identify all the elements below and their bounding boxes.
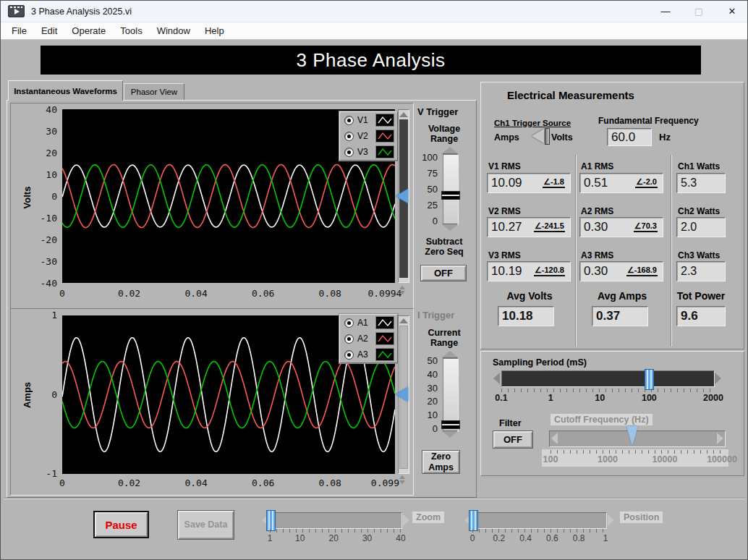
spin-down-icon[interactable] (399, 480, 405, 484)
legend-line-sample-icon[interactable] (375, 316, 394, 329)
tab-instantaneous-waveforms[interactable]: Instantaneous Waveforms (8, 80, 123, 101)
slider-increment-icon[interactable] (442, 147, 458, 153)
pause-button[interactable]: Pause (93, 511, 149, 538)
menu-help[interactable]: Help (197, 24, 231, 38)
close-icon[interactable]: ✕ (715, 1, 748, 22)
slider-scale-label: 10 (295, 533, 305, 543)
slider-decrement-icon[interactable] (442, 431, 458, 438)
slider-right-arrow-icon[interactable] (608, 514, 614, 526)
position-handle[interactable] (469, 510, 478, 531)
v-trigger-level-arrow[interactable] (396, 189, 408, 203)
slider-decrement-icon[interactable] (442, 224, 458, 231)
x-tick-label: 0.04 (184, 288, 207, 299)
meas-value-box: 5.3 (676, 173, 726, 193)
slider-left-arrow-icon[interactable] (551, 433, 558, 444)
legend-item-v3[interactable]: V3 (340, 144, 397, 160)
scroll-up-icon[interactable] (399, 318, 408, 323)
meas-value-box: 10.27∠-241.5 (487, 217, 571, 237)
slider-scale-label: 50 (428, 355, 438, 366)
voltage-range-slider[interactable] (443, 154, 459, 225)
position-slider[interactable] (472, 512, 607, 529)
legend-line-sample-icon[interactable] (375, 332, 394, 345)
plot-visible-led-icon[interactable] (344, 132, 354, 141)
y-tick-label: 20 (46, 148, 57, 158)
meas-value-box: 2.0 (676, 217, 726, 237)
i-trigger-level-arrow[interactable] (396, 387, 408, 402)
slider-right-arrow-icon[interactable] (403, 514, 409, 526)
legend-item-a2[interactable]: A2 (340, 331, 397, 347)
slider-right-arrow-icon[interactable] (717, 433, 723, 444)
trigger-source-volts-option[interactable]: Volts (551, 132, 573, 143)
plot-visible-led-icon[interactable] (344, 318, 354, 328)
legend-line-sample-icon[interactable] (375, 145, 394, 158)
slider-left-arrow-icon[interactable] (493, 373, 500, 384)
fundamental-frequency-box[interactable]: 60.0 (607, 128, 652, 146)
y-tick-label: 1 (51, 310, 57, 321)
zoom-tick-marks (270, 529, 401, 533)
scroll-up-icon[interactable] (399, 112, 408, 117)
subtract-zero-seq-button[interactable]: OFF (420, 265, 467, 281)
meas-phase-angle: ∠-168.9 (626, 266, 658, 276)
legend-item-v1[interactable]: V1 (340, 112, 397, 128)
menu-edit[interactable]: Edit (34, 24, 64, 38)
cutoff-frequency-pointer[interactable] (626, 426, 638, 446)
legend-line-sample-icon[interactable] (375, 114, 394, 127)
tab-phasor-view[interactable]: Phasor View (124, 83, 184, 100)
legend-line-sample-icon[interactable] (375, 348, 394, 361)
meas-label: V3 RMS (488, 250, 521, 260)
filter-off-button[interactable]: OFF (493, 430, 533, 449)
zero-amps-button[interactable]: Zero Amps (422, 450, 460, 474)
legend-label: A1 (357, 318, 368, 328)
zoom-slider[interactable] (270, 512, 402, 529)
legend-item-a1[interactable]: A1 (340, 315, 397, 331)
spin-up-icon[interactable] (399, 286, 405, 289)
minimize-icon[interactable]: — (649, 1, 682, 22)
meas-value: 10.27 (491, 220, 522, 234)
slider-increment-icon[interactable] (442, 351, 458, 357)
plot-visible-led-icon[interactable] (344, 148, 354, 157)
i-trigger-title: I Trigger (417, 310, 454, 321)
meas-label: Ch2 Watts (678, 206, 720, 216)
x-tick-label: 0.08 (319, 478, 341, 488)
plot-visible-led-icon[interactable] (344, 334, 354, 344)
meas-value: 10.19 (491, 264, 522, 279)
meas-summary-label: Avg Volts (487, 290, 572, 302)
grid-divider (575, 155, 577, 347)
maximize-icon: ▢ (682, 1, 715, 22)
voltage-range-scale: 1007550250 (416, 157, 439, 221)
trigger-source-switch-icon[interactable] (532, 129, 544, 143)
sampling-period-handle[interactable] (645, 369, 654, 390)
meas-summary-value: 10.18 (502, 309, 533, 323)
menu-window[interactable]: Window (150, 24, 197, 38)
current-range-handle[interactable] (441, 420, 460, 429)
amps-axis-spinner[interactable] (396, 475, 408, 484)
meas-label: A1 RMS (581, 161, 613, 171)
x-tick-label: 0.099 (371, 478, 399, 488)
meas-summary-label: Tot Power (670, 290, 732, 302)
legend-item-v2[interactable]: V2 (340, 128, 397, 144)
slider-scale-label: 50 (428, 184, 438, 195)
plot-visible-led-icon[interactable] (344, 350, 354, 360)
trigger-source-amps-option[interactable]: Amps (494, 132, 519, 143)
slider-right-arrow-icon[interactable] (715, 373, 721, 384)
zoom-handle[interactable] (266, 510, 276, 531)
title-bar: 3 Phase Analysis 2025.vi — ▢ ✕ (1, 1, 748, 22)
menu-tools[interactable]: Tools (113, 24, 149, 38)
measurements-title: Electrical Measurements (507, 89, 634, 101)
voltage-range-handle[interactable] (441, 191, 460, 200)
volts-axis-spinner[interactable] (396, 286, 408, 294)
waveform-v2 (62, 165, 395, 228)
spin-down-icon[interactable] (399, 291, 405, 294)
y-tick-label: 10 (46, 169, 57, 180)
zoom-scale: 110203040 (270, 533, 401, 543)
legend-label: A3 (357, 349, 368, 360)
legend-line-sample-icon[interactable] (375, 130, 394, 143)
menu-operate[interactable]: Operate (64, 24, 113, 38)
plot-visible-led-icon[interactable] (344, 116, 354, 125)
trigger-source-switch-handle[interactable] (545, 128, 550, 145)
meas-value: 5.3 (681, 177, 697, 190)
sampling-period-slider[interactable] (501, 370, 715, 387)
menu-file[interactable]: File (4, 24, 34, 38)
legend-item-a3[interactable]: A3 (340, 347, 397, 362)
spin-up-icon[interactable] (399, 475, 405, 479)
